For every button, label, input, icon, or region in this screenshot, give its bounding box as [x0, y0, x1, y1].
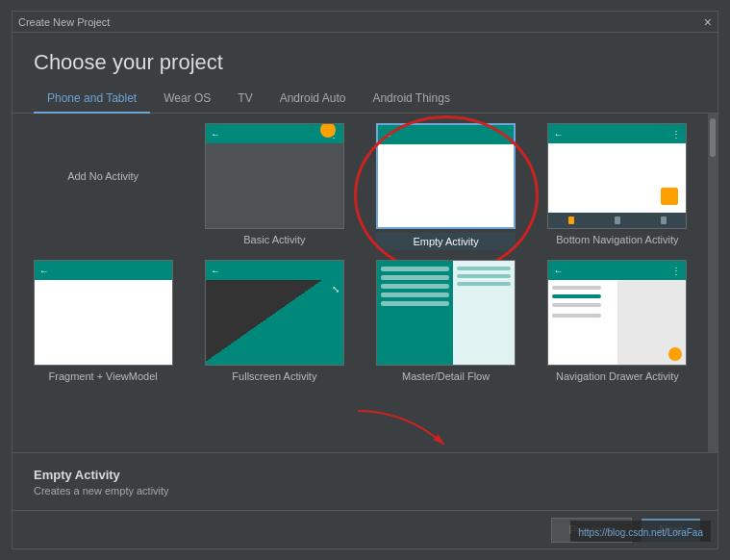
- bottom-nav-dot1: [568, 216, 574, 224]
- window-title: Create New Project: [18, 16, 110, 28]
- detail-panel: [453, 261, 515, 365]
- template-area: Add No Activity ← ⋮: [13, 114, 717, 452]
- tab-bar: Phone and Tablet Wear OS TV Android Auto…: [13, 85, 717, 114]
- tab-wear-os[interactable]: Wear OS: [150, 85, 224, 114]
- template-item-basic-activity[interactable]: ← ⋮ Basic Activity: [193, 123, 355, 250]
- back-arrow-icon6: ←: [553, 266, 563, 276]
- selected-template-info: Empty Activity Creates a new empty activ…: [13, 452, 717, 510]
- back-arrow-icon5: ←: [211, 266, 220, 276]
- back-arrow-icon4: ←: [39, 266, 49, 276]
- bottom-nav-thumb: ← ⋮: [547, 123, 687, 229]
- tab-tv[interactable]: TV: [224, 85, 265, 114]
- nav-drawer-label: Navigation Drawer Activity: [556, 370, 679, 382]
- bottom-nav-bar: [548, 213, 686, 228]
- fullscreen-label: Fullscreen Activity: [232, 370, 316, 382]
- bottom-nav-dot2: [615, 216, 620, 224]
- url-badge: https://blog.csdn.net/LoraFaa: [578, 527, 703, 538]
- basic-activity-thumb: ← ⋮: [205, 123, 344, 229]
- nav-drawer-thumb: ← ⋮: [547, 260, 687, 366]
- tab-android-things[interactable]: Android Things: [359, 85, 464, 114]
- scrollbar-thumb: [710, 118, 716, 157]
- fullscreen-thumb: ← ⤡: [205, 260, 344, 366]
- template-item-empty-activity[interactable]: ← Empty Activity: [365, 123, 527, 250]
- close-button[interactable]: ×: [704, 14, 712, 30]
- tab-android-auto[interactable]: Android Auto: [266, 85, 360, 114]
- template-item-fragment-viewmodel[interactable]: ← Fragment + ViewModel: [22, 260, 184, 382]
- fragment-thumb: ←: [34, 260, 173, 366]
- expand-icon: ⤡: [332, 284, 340, 294]
- fab-icon: [320, 123, 336, 138]
- tab-phone-tablet[interactable]: Phone and Tablet: [34, 85, 150, 114]
- template-item-nav-drawer[interactable]: ← ⋮: [537, 260, 698, 382]
- main-content: Choose your project Phone and Tablet Wea…: [13, 33, 717, 548]
- master-detail-label: Master/Detail Flow: [402, 370, 490, 382]
- title-bar: Create New Project ×: [13, 12, 717, 33]
- dots-icon3: ⋮: [671, 129, 681, 140]
- back-arrow-icon3: ←: [553, 129, 563, 140]
- empty-activity-thumb: ←: [376, 123, 516, 229]
- back-arrow-icon: ←: [211, 129, 220, 140]
- bottom-nav-label: Bottom Navigation Activity: [556, 234, 678, 245]
- bottom-nav-dot3: [661, 216, 667, 224]
- selected-title: Empty Activity: [34, 468, 696, 482]
- template-item-bottom-nav[interactable]: ← ⋮ Bottom Navig: [537, 123, 698, 250]
- template-item-master-detail[interactable]: Master/Detail Flow: [365, 260, 527, 382]
- page-title: Choose your project: [13, 33, 717, 85]
- empty-activity-label: Empty Activity: [376, 233, 516, 250]
- master-detail-thumb: [376, 260, 516, 366]
- master-panel: [377, 261, 453, 365]
- basic-activity-label: Basic Activity: [243, 234, 305, 245]
- template-item-add-no-activity[interactable]: Add No Activity: [22, 123, 184, 250]
- drawer-fab: [668, 347, 682, 361]
- drawer-panel: [548, 280, 617, 365]
- drawer-main: [617, 280, 687, 365]
- back-arrow-icon2: ←: [383, 130, 392, 140]
- selected-description: Creates a new empty activity: [34, 485, 696, 496]
- create-project-window: Create New Project × Choose your project…: [12, 11, 718, 549]
- dots-icon6: ⋮: [671, 266, 681, 276]
- template-grid: Add No Activity ← ⋮: [13, 114, 708, 452]
- template-item-fullscreen[interactable]: ← ⤡ Fullscreen Activity: [193, 260, 355, 382]
- fragment-label: Fragment + ViewModel: [49, 370, 158, 382]
- scrollbar[interactable]: [708, 114, 717, 452]
- add-no-activity-label: Add No Activity: [67, 170, 138, 182]
